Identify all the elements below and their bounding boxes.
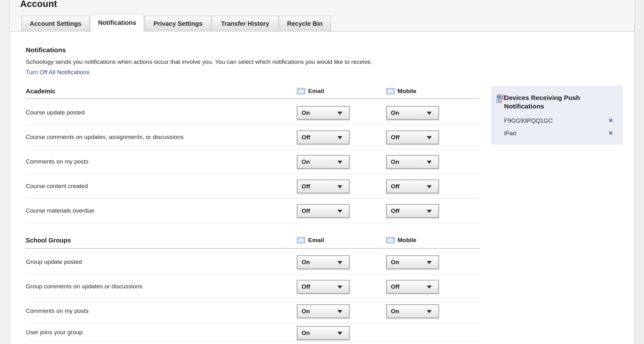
dropdown-value: On [391, 109, 399, 116]
device-name: F9GG93PQQ1GC [504, 117, 552, 124]
notification-row: Group comments on updates or discussions… [26, 275, 480, 299]
chevron-down-icon [337, 210, 342, 213]
device-name: iPad [504, 130, 516, 136]
right-gutter [635, 0, 644, 344]
mobile-dropdown[interactable]: Off [386, 180, 439, 193]
dropdown-value: Off [391, 183, 399, 190]
dropdown-value: On [302, 330, 310, 336]
chevron-down-icon [427, 136, 432, 139]
mobile-dropdown[interactable]: On [386, 255, 439, 269]
row-label: Course content created [26, 183, 88, 190]
email-column-label: Email [308, 88, 324, 95]
envelope-icon [297, 88, 305, 94]
row-label: Group update posted [26, 258, 82, 265]
school-groups-section-header: School Groups Email Mobile [26, 237, 480, 246]
dropdown-value: On [302, 259, 310, 266]
devices-panel-title: Devices Receiving Push Notifications [504, 93, 598, 110]
dropdown-value: Off [302, 208, 310, 214]
notification-row: Group update posted On On [26, 250, 480, 275]
dropdown-value: On [302, 308, 310, 315]
mobile-dropdown[interactable]: On [386, 155, 439, 169]
notification-row: Course materials overdue Off Off [26, 199, 480, 223]
device-row: iPad ✕ [504, 130, 617, 138]
notification-row: User joins your group On [26, 324, 480, 341]
dropdown-value: On [391, 158, 399, 165]
email-column-header: Email [297, 88, 324, 95]
mobile-dropdown[interactable]: On [386, 304, 439, 318]
tab-bar: Account Settings Notifications Privacy S… [21, 14, 331, 31]
envelope-icon [386, 88, 395, 94]
account-settings-page: Account Account Settings Notifications P… [0, 0, 644, 344]
mobile-column-label: Mobile [397, 88, 416, 95]
email-column-header: Email [297, 237, 324, 244]
tab-notifications[interactable]: Notifications [90, 14, 144, 32]
dropdown-value: Off [302, 283, 310, 290]
email-dropdown[interactable]: Off [297, 180, 350, 193]
remove-device-icon[interactable]: ✕ [608, 130, 613, 136]
chevron-down-icon [427, 112, 432, 115]
turn-off-all-notifications-link[interactable]: Turn Off All Notifications [26, 69, 90, 76]
academic-section-header: Academic Email Mobile [26, 88, 480, 97]
row-label: User joins your group [26, 329, 83, 336]
devices-push-panel: Devices Receiving Push Notifications F9G… [491, 86, 623, 145]
section-title-school-groups: School Groups [26, 237, 71, 244]
dropdown-value: Off [302, 134, 310, 141]
chevron-down-icon [337, 112, 342, 115]
mobile-column-label: Mobile [397, 237, 416, 244]
main-container: Account Account Settings Notifications P… [9, 0, 635, 344]
chevron-down-icon [337, 161, 342, 164]
page-title: Account [20, 0, 57, 9]
chevron-down-icon [427, 185, 432, 188]
email-dropdown[interactable]: Off [297, 280, 350, 294]
dropdown-value: Off [391, 134, 399, 141]
mobile-dropdown[interactable]: Off [386, 130, 439, 144]
row-label: Course materials overdue [26, 207, 94, 214]
tab-privacy-settings[interactable]: Privacy Settings [145, 16, 211, 31]
chevron-down-icon [337, 310, 342, 313]
chevron-down-icon [337, 185, 342, 188]
email-column-label: Email [308, 237, 324, 244]
row-label: Comments on my posts [26, 308, 89, 314]
notifications-heading: Notifications [26, 46, 66, 54]
email-dropdown[interactable]: On [297, 106, 350, 120]
chevron-down-icon [427, 161, 432, 164]
email-dropdown[interactable]: On [297, 304, 350, 318]
email-dropdown[interactable]: On [297, 255, 350, 269]
mobile-dropdown[interactable]: Off [386, 280, 439, 294]
chevron-down-icon [427, 261, 432, 264]
mobile-dropdown[interactable]: Off [386, 204, 439, 218]
device-row: F9GG93PQQ1GC ✕ [504, 117, 617, 125]
mobile-dropdown[interactable]: On [386, 106, 439, 120]
page-header: Account Account Settings Notifications P… [10, 0, 635, 31]
notification-row: Course comments on updates, assignments,… [26, 125, 480, 150]
email-dropdown[interactable]: On [297, 155, 350, 169]
dropdown-value: Off [391, 283, 399, 290]
dropdown-value: On [302, 158, 310, 165]
remove-device-icon[interactable]: ✕ [608, 117, 613, 124]
mobile-column-header: Mobile [386, 237, 416, 244]
notification-row: Comments on my posts On On [26, 299, 480, 324]
section-divider [26, 98, 480, 99]
left-gutter [0, 0, 9, 344]
tab-transfer-history[interactable]: Transfer History [212, 16, 278, 31]
email-dropdown[interactable]: On [297, 326, 350, 340]
notifications-description: Schoology sends you notifications when a… [26, 58, 372, 65]
email-dropdown[interactable]: Off [297, 204, 350, 218]
dropdown-value: On [302, 109, 310, 116]
section-divider [26, 248, 480, 249]
envelope-icon [297, 237, 305, 243]
chevron-down-icon [427, 286, 432, 289]
chevron-down-icon [337, 332, 342, 335]
chevron-down-icon [427, 210, 432, 213]
envelope-icon [386, 237, 395, 243]
chevron-down-icon [337, 286, 342, 289]
chevron-down-icon [337, 136, 342, 139]
tab-account-settings[interactable]: Account Settings [21, 16, 90, 31]
email-dropdown[interactable]: Off [297, 130, 350, 144]
tab-recycle-bin[interactable]: Recycle Bin [279, 16, 331, 31]
chevron-down-icon [427, 310, 432, 313]
dropdown-value: Off [302, 183, 310, 190]
mobile-column-header: Mobile [386, 88, 416, 95]
notification-row: Comments on my posts On On [26, 150, 480, 174]
row-label: Comments on my posts [26, 158, 89, 165]
